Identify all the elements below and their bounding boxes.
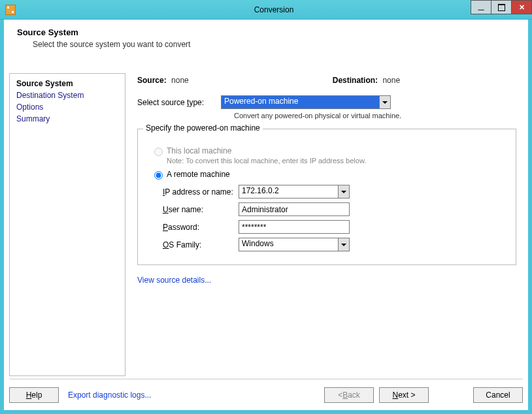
ip-label: IP address or name: (163, 187, 239, 197)
client-area: Source System Select the source system y… (4, 20, 528, 410)
dropdown-arrow-icon (379, 96, 390, 108)
source-value: none (171, 76, 189, 85)
titlebar: Conversion (0, 0, 532, 20)
source-type-help: Convert any powered-on physical or virtu… (234, 112, 516, 119)
groupbox-legend: Specify the powered-on machine (143, 123, 263, 133)
wizard-header: Source System Select the source system y… (4, 20, 528, 61)
view-source-details-link[interactable]: View source details... (137, 276, 211, 285)
source-type-select[interactable]: Powered-on machine (221, 95, 391, 109)
destination-summary: Destination: none (333, 76, 400, 85)
sidebar-item-source-system[interactable]: Source System (12, 78, 122, 89)
source-type-value: Powered-on machine (224, 97, 298, 106)
wizard-steps-sidebar: Source System Destination System Options… (9, 73, 125, 376)
source-label: Source: (137, 76, 167, 85)
window-title: Conversion (16, 5, 532, 14)
radio-local-hint: Note: To convert this local machine, ent… (167, 157, 366, 165)
maximize-button[interactable] (491, 0, 512, 14)
page-subtitle: Select the source system you want to con… (33, 40, 515, 49)
dropdown-arrow-icon (338, 185, 349, 198)
sidebar-item-destination-system[interactable]: Destination System (12, 89, 122, 101)
ip-address-value: 172.16.0.2 (242, 186, 279, 195)
back-button: < Back (324, 387, 374, 403)
export-diagnostic-logs-link[interactable]: Export diagnostic logs... (68, 390, 151, 400)
radio-local-machine-input (154, 148, 163, 156)
source-summary: Source: none (137, 76, 189, 85)
radio-remote-machine-input[interactable] (154, 171, 163, 180)
destination-value: none (382, 76, 400, 85)
next-button[interactable]: Next > (379, 387, 429, 403)
main-panel: Source: none Destination: none Select so… (125, 73, 523, 376)
help-button[interactable]: Help (9, 387, 59, 403)
username-input[interactable] (239, 202, 350, 216)
close-button[interactable] (511, 0, 532, 14)
destination-label: Destination: (333, 76, 378, 85)
powered-on-groupbox: Specify the powered-on machine This loca… (137, 129, 516, 265)
ip-address-combo[interactable]: 172.16.0.2 (239, 185, 350, 199)
radio-remote-label: A remote machine (167, 170, 230, 179)
radio-remote-machine[interactable]: A remote machine (151, 170, 503, 180)
wizard-footer: Help Export diagnostic logs... < Back Ne… (9, 379, 523, 405)
os-family-select[interactable]: Windows (239, 238, 350, 251)
password-label: Password: (163, 223, 239, 232)
sidebar-item-options[interactable]: Options (12, 101, 122, 113)
source-type-label: Select source type: (137, 98, 221, 107)
username-label: User name: (163, 205, 239, 214)
app-icon (5, 5, 16, 15)
sidebar-item-summary[interactable]: Summary (12, 113, 122, 125)
page-title: Source System (17, 27, 515, 37)
password-input[interactable] (239, 220, 350, 234)
minimize-button[interactable] (471, 0, 491, 14)
radio-local-machine: This local machine Note: To convert this… (151, 146, 503, 165)
os-family-value: Windows (242, 239, 274, 248)
os-family-label: OS Family: (163, 240, 239, 249)
cancel-button[interactable]: Cancel (473, 387, 523, 403)
radio-local-label: This local machine (167, 146, 366, 155)
dropdown-arrow-icon (338, 238, 349, 251)
